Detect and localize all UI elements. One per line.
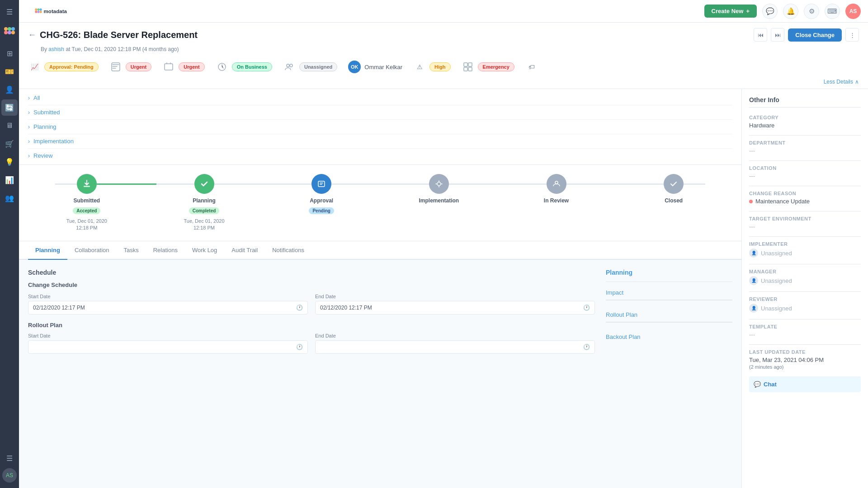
chevron-up-icon: ∧: [855, 79, 859, 85]
assignee-name: Ommar Kelkar: [364, 64, 402, 70]
rollout-end-input[interactable]: 🕐: [315, 340, 595, 354]
less-details-button[interactable]: Less Details ∧: [824, 79, 859, 85]
topbar: motadata Create New + 💬 🔔 ⚙ ⌨ AS: [19, 0, 868, 23]
checklist-submitted[interactable]: › Submitted: [28, 105, 732, 120]
checklist-planning[interactable]: › Planning: [28, 120, 732, 134]
impact-badge: On Business: [232, 62, 272, 71]
assignee-item: OK Ommar Kelkar: [348, 61, 402, 73]
settings-icon-button[interactable]: ⚙: [804, 4, 819, 19]
asset-icon[interactable]: 🖥: [1, 117, 18, 134]
author-link[interactable]: ashish: [48, 46, 64, 52]
next-record-button[interactable]: ⏭: [771, 28, 784, 42]
close-change-button[interactable]: Close Change: [788, 28, 842, 42]
create-new-label: Create New: [712, 8, 744, 14]
right-panel-other-info: Other Info Category Hardware Department …: [741, 89, 868, 488]
step-badge-submitted: Accepted: [73, 207, 100, 214]
svg-point-5: [11, 31, 15, 34]
people-icon[interactable]: 👥: [1, 190, 18, 206]
change-reason-info-label: Change Reason: [749, 191, 861, 196]
step-circle-implementation: [429, 174, 449, 194]
last-updated-info-value: Tue, Mar 23, 2021 04:06 PM (2 minutes ag…: [749, 357, 861, 370]
page-subtitle: By ashish at Tue, Dec 01, 2020 12:18 PM …: [41, 46, 859, 52]
ticket-icon[interactable]: 🎫: [1, 63, 18, 80]
approval-icon: 📈: [28, 61, 41, 73]
end-date-input[interactable]: 02/12/2020 12:17 PM 🕐: [315, 301, 595, 314]
svg-rect-23: [318, 181, 325, 187]
start-date-input[interactable]: 02/12/2020 12:17 PM 🕐: [28, 301, 308, 314]
more-options-button[interactable]: ⋮: [845, 28, 859, 42]
menu-icon[interactable]: ☰: [1, 450, 18, 466]
svg-point-24: [437, 182, 441, 186]
category-item: Emergency: [462, 61, 514, 73]
type-icon: [162, 61, 175, 73]
svg-point-10: [37, 10, 39, 13]
report-icon[interactable]: 📊: [1, 172, 18, 188]
checklist-implementation[interactable]: › Implementation: [28, 134, 732, 149]
create-new-button[interactable]: Create New +: [704, 5, 757, 18]
tab-tasks[interactable]: Tasks: [117, 241, 146, 260]
notification-icon-button[interactable]: 🔔: [783, 4, 798, 19]
info-target-env: Target Environment ---: [749, 216, 861, 230]
tab-worklog[interactable]: Work Log: [185, 241, 224, 260]
svg-rect-14: [165, 64, 173, 70]
info-change-reason: Change Reason Maintenance Update: [749, 191, 861, 205]
other-info-title: Other Info: [749, 96, 861, 108]
rollout-plan-section: Rollout Plan Start Date 🕐: [28, 322, 595, 354]
user-circle-icon[interactable]: 👤: [1, 81, 18, 98]
timeline-step-closed[interactable]: Closed: [615, 174, 732, 207]
tab-collaboration[interactable]: Collaboration: [67, 241, 117, 260]
step-label-approval: Approval: [310, 197, 333, 204]
step-circle-closed: [664, 174, 684, 194]
category-info-value: Hardware: [749, 122, 861, 129]
step-label-inreview: In Review: [544, 197, 569, 204]
topbar-right: Create New + 💬 🔔 ⚙ ⌨ AS: [704, 4, 861, 19]
svg-point-0: [4, 27, 8, 31]
step-label-submitted: Submitted: [74, 197, 100, 204]
chevron-right-icon: ›: [28, 153, 30, 159]
step-badge-approval: Pending: [309, 207, 334, 214]
impact-link[interactable]: Impact: [606, 286, 732, 300]
backout-plan-link[interactable]: Backout Plan: [606, 330, 732, 344]
user-avatar-topbar[interactable]: AS: [845, 4, 861, 19]
grid-icon[interactable]: ⊞: [1, 45, 18, 61]
timeline-step-planning[interactable]: Planning Completed Tue, Dec 01, 202012:1…: [146, 174, 263, 232]
page-header: ← CHG-526: Blade Server Replacement ⏮ ⏭ …: [19, 23, 868, 89]
severity-icon: ⚠: [413, 61, 426, 73]
checklist-all[interactable]: › All: [28, 91, 732, 105]
tab-relations[interactable]: Relations: [146, 241, 185, 260]
svg-point-16: [287, 64, 289, 67]
timeline-step-approval[interactable]: Approval Pending: [263, 174, 380, 218]
timeline-step-implementation[interactable]: Implementation: [380, 174, 498, 207]
checklist-review[interactable]: › Review: [28, 149, 732, 163]
tab-planning[interactable]: Planning: [28, 241, 67, 260]
timeline-step-inreview[interactable]: In Review: [498, 174, 615, 207]
change-management-icon[interactable]: 🔄: [1, 99, 18, 116]
step-label-planning: Planning: [193, 197, 216, 204]
user-avatar-sidebar[interactable]: AS: [2, 468, 17, 483]
rollout-start-input[interactable]: 🕐: [28, 340, 308, 354]
info-category: Category Hardware: [749, 115, 861, 129]
hamburger-icon[interactable]: ☰: [1, 4, 18, 20]
chat-icon-button[interactable]: 💬: [762, 4, 778, 19]
shop-icon[interactable]: 🛒: [1, 136, 18, 152]
timeline-section: Submitted Accepted Tue, Dec 01, 202012:1…: [19, 165, 741, 241]
tags-item: 🏷: [525, 61, 538, 73]
severity-badge: High: [429, 62, 450, 71]
rollout-date-row: Start Date 🕐 End Date: [28, 333, 595, 354]
prev-record-button[interactable]: ⏮: [754, 28, 767, 42]
reviewer-avatar: 👤: [749, 304, 758, 313]
tab-notifications[interactable]: Notifications: [265, 241, 311, 260]
tab-content-planning: Schedule Change Schedule Start Date 02/1…: [19, 260, 741, 370]
info-template: Template ---: [749, 324, 861, 338]
idea-icon[interactable]: 💡: [1, 154, 18, 170]
timeline-step-submitted[interactable]: Submitted Accepted Tue, Dec 01, 202012:1…: [28, 174, 146, 232]
rollout-plan-link[interactable]: Rollout Plan: [606, 308, 732, 322]
svg-rect-19: [468, 63, 472, 66]
rollout-plan-title: Rollout Plan: [28, 322, 595, 328]
chat-button[interactable]: 💬 Chat: [749, 376, 861, 392]
tab-audittrail[interactable]: Audit Trail: [224, 241, 265, 260]
group-badge: Unassigned: [299, 62, 337, 71]
keyboard-icon-button[interactable]: ⌨: [825, 4, 840, 19]
assignee-avatar: OK: [348, 61, 361, 73]
back-button[interactable]: ←: [28, 30, 36, 40]
